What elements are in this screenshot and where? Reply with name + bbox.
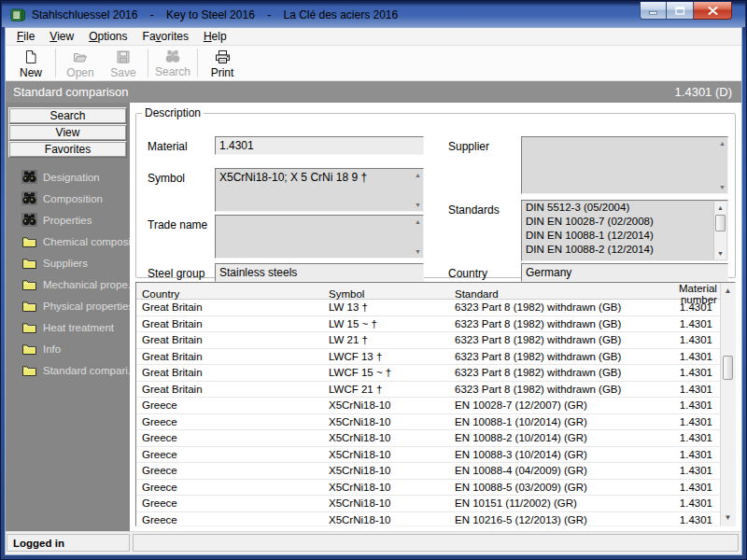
window-controls xyxy=(640,2,732,20)
sidebar-item-label: Physical properties xyxy=(43,301,134,312)
cell-material-number: 1.4301 xyxy=(673,367,720,378)
cell-country: Greece xyxy=(136,449,323,460)
new-document-icon xyxy=(23,49,38,67)
standards-scrollbar[interactable]: ▲ ▼ xyxy=(713,202,726,259)
symbol-field[interactable]: X5CrNi18-10; X 5 CrNi 18 9 † ▲ ▼ xyxy=(215,168,424,212)
cell-standard: 6323 Part 8 (1982) withdrawn (GB) xyxy=(449,384,673,395)
table-row[interactable]: Great BritainLW 15 ~ †6323 Part 8 (1982)… xyxy=(136,316,720,333)
scrollbar-thumb[interactable] xyxy=(715,215,726,231)
scroll-up-icon[interactable]: ▲ xyxy=(415,172,421,178)
sidebar-item-physical-properties[interactable]: Physical properties xyxy=(6,295,130,316)
scroll-up-icon[interactable]: ▲ xyxy=(721,284,735,298)
table-row[interactable]: Great BritainLWCF 21 †6323 Part 8 (1982)… xyxy=(136,382,720,399)
description-legend: Description xyxy=(142,106,204,119)
sidebar-item-label: Standard compari... xyxy=(43,365,136,376)
standards-list-item[interactable]: DIN 5512-3 (05/2004) xyxy=(522,201,713,215)
menu-favorites[interactable]: Favorites xyxy=(135,29,196,44)
scroll-down-icon[interactable]: ▼ xyxy=(415,248,421,255)
menu-options[interactable]: Options xyxy=(81,29,134,44)
open-folder-icon xyxy=(73,49,88,67)
minimize-button[interactable] xyxy=(640,2,667,20)
table-row[interactable]: GreeceX5CrNi18-10EN 10088-2 (10/2014) (G… xyxy=(136,430,720,447)
scroll-down-icon[interactable]: ▼ xyxy=(719,184,726,190)
sidebar-item-composition[interactable]: Composition xyxy=(6,188,130,209)
scroll-down-icon[interactable]: ▼ xyxy=(721,511,735,525)
scroll-up-icon[interactable]: ▲ xyxy=(415,218,421,225)
scroll-up-icon[interactable]: ▲ xyxy=(714,202,726,214)
table-row[interactable]: GreeceX5CrNi18-10EN 10088-1 (10/2014) (G… xyxy=(136,414,720,431)
cell-symbol: LW 15 ~ † xyxy=(323,318,449,329)
table-row[interactable]: Great BritainLWCF 15 ~ †6323 Part 8 (198… xyxy=(136,365,720,382)
search-button-label: Search xyxy=(155,66,190,78)
print-button-label: Print xyxy=(211,67,234,79)
table-row[interactable]: GreeceX5CrNi18-10EN 10088-3 (10/2014) (G… xyxy=(136,447,720,464)
table-row[interactable]: Great BritainLW 13 †6323 Part 8 (1982) w… xyxy=(136,300,720,316)
save-button[interactable]: Save xyxy=(102,46,145,80)
standards-list-item[interactable]: DIN EN 10088-2 (12/2014) xyxy=(522,243,713,257)
maximize-button[interactable] xyxy=(667,2,694,20)
save-button-label: Save xyxy=(110,67,135,79)
sidebar-item-info[interactable]: Info xyxy=(6,338,130,359)
cell-material-number: 1.4301 xyxy=(673,497,720,509)
scrollbar-thumb[interactable] xyxy=(723,356,733,380)
sidebar-item-suppliers[interactable]: Suppliers xyxy=(6,252,130,273)
steel-group-field[interactable]: Stainless steels xyxy=(215,263,424,282)
standards-list[interactable]: DIN 5512-3 (05/2004)DIN EN 10028-7 (02/2… xyxy=(521,200,728,261)
cell-standard: EN 10028-7 (12/2007) (GR) xyxy=(449,399,673,411)
new-button[interactable]: New xyxy=(9,46,52,80)
open-button-label: Open xyxy=(66,67,93,79)
print-button[interactable]: Print xyxy=(201,46,244,80)
sidebar-item-designation[interactable]: Designation xyxy=(6,166,130,188)
cell-symbol: X5CrNi18-10 xyxy=(323,416,449,427)
binoculars-icon xyxy=(21,191,37,205)
close-icon xyxy=(708,7,718,15)
scroll-down-icon[interactable]: ▼ xyxy=(714,247,726,259)
symbol-label: Symbol xyxy=(148,172,185,185)
sidebar-button-view[interactable]: View xyxy=(8,124,127,141)
table-row[interactable]: GreeceX5CrNi18-10EN 10216-5 (12/2013) (G… xyxy=(136,512,720,527)
binoculars-icon xyxy=(21,170,37,184)
material-field[interactable]: 1.4301 xyxy=(215,136,424,155)
supplier-field[interactable]: ▲ ▼ xyxy=(521,136,728,194)
folder-icon xyxy=(21,234,37,248)
standards-list-item[interactable]: DIN EN 10028-7 (02/2008) xyxy=(522,215,713,229)
open-button[interactable]: Open xyxy=(59,46,102,80)
folder-icon xyxy=(21,320,37,334)
cell-symbol: X5CrNi18-10 xyxy=(323,465,449,476)
cell-country: Greece xyxy=(136,514,323,525)
table-row[interactable]: GreeceX5CrNi18-10EN 10088-4 (04/2009) (G… xyxy=(136,463,720,480)
cell-material-number: 1.4301 xyxy=(673,384,720,395)
menu-view[interactable]: View xyxy=(42,29,81,44)
sidebar-item-heat-treatment[interactable]: Heat treatment xyxy=(6,316,130,338)
menubar: FileViewOptionsFavoritesHelp xyxy=(6,28,741,46)
country-field[interactable]: Germany xyxy=(521,263,728,282)
close-button[interactable] xyxy=(694,2,732,20)
column-header-country[interactable]: Country xyxy=(136,288,323,300)
table-row[interactable]: Great BritainLW 21 †6323 Part 8 (1982) w… xyxy=(136,332,720,349)
sidebar-button-favorites[interactable]: Favorites xyxy=(8,141,127,158)
sidebar-item-mechanical-prope[interactable]: Mechanical prope... xyxy=(6,273,130,295)
table-scrollbar[interactable]: ▲ ▼ xyxy=(720,283,735,525)
trade-name-field[interactable]: ▲ ▼ xyxy=(215,215,424,259)
sidebar-button-search[interactable]: Search xyxy=(8,107,127,124)
sidebar-item-properties[interactable]: Properties xyxy=(6,209,130,231)
table-row[interactable]: GreeceX5CrNi18-10EN 10151 (11/2002) (GR)… xyxy=(136,496,720,512)
cell-standard: EN 10088-2 (10/2014) (GR) xyxy=(449,432,673,443)
table-row[interactable]: GreeceX5CrNi18-10EN 10088-5 (03/2009) (G… xyxy=(136,480,720,497)
column-header-standard[interactable]: Standard xyxy=(449,288,673,300)
table-row[interactable]: GreeceX5CrNi18-10EN 10028-7 (12/2007) (G… xyxy=(136,398,720,414)
menu-file[interactable]: File xyxy=(9,29,42,44)
standards-list-item[interactable]: DIN EN 10088-1 (12/2014) xyxy=(522,229,713,243)
column-header-symbol[interactable]: Symbol xyxy=(323,288,449,300)
scroll-down-icon[interactable]: ▼ xyxy=(415,202,421,208)
cell-material-number: 1.4301 xyxy=(673,301,720,313)
menu-help[interactable]: Help xyxy=(196,29,234,44)
sidebar-item-chemical-composi[interactable]: Chemical composi... xyxy=(6,231,130,252)
sidebar-item-standard-compari[interactable]: Standard compari... xyxy=(6,359,130,381)
standards-label: Standards xyxy=(448,203,500,217)
table-row[interactable]: Great BritainLWCF 13 †6323 Part 8 (1982)… xyxy=(136,349,720,366)
save-floppy-icon xyxy=(116,49,131,67)
toolbar-separator xyxy=(197,49,198,77)
scroll-up-icon[interactable]: ▲ xyxy=(719,140,726,147)
search-button[interactable]: Search xyxy=(151,46,194,80)
